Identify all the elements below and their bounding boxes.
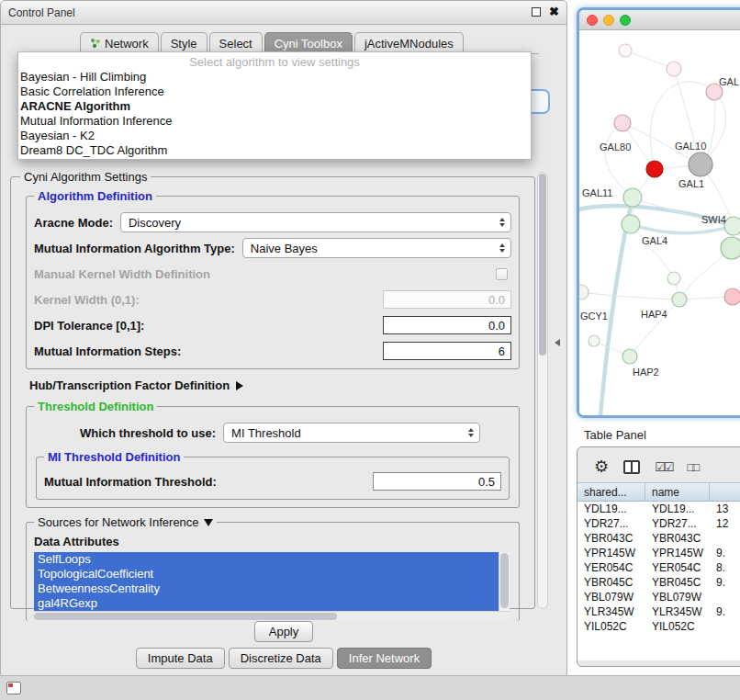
manual-kernel-width-checkbox[interactable] xyxy=(496,268,508,280)
which-threshold-select[interactable]: MI Threshold xyxy=(223,423,480,443)
network-node[interactable] xyxy=(724,217,740,235)
tab-cyni-toolbox[interactable]: Cyni Toolbox xyxy=(264,32,353,53)
mi-threshold-input[interactable]: 0.5 xyxy=(373,472,501,491)
algorithm-option[interactable]: ARACNE Algorithm xyxy=(18,99,531,114)
minimize-traffic-light[interactable] xyxy=(603,15,614,26)
gear-icon[interactable]: ⚙ xyxy=(594,458,609,475)
table-cell[interactable]: 13 xyxy=(710,502,740,515)
data-attribute-item[interactable]: gal4RGexp xyxy=(34,596,499,611)
control-panel-titlebar[interactable]: Control Panel ✖ xyxy=(1,1,566,25)
table-row[interactable]: YDL19...YDL19...13 xyxy=(577,502,740,516)
list-vertical-scrollbar[interactable] xyxy=(499,552,510,611)
table-row[interactable]: YBR045CYBR045C9. xyxy=(577,575,740,590)
sources-section-header[interactable]: Sources for Network Inference xyxy=(34,515,217,529)
table-cell[interactable]: YBR045C xyxy=(645,576,710,589)
kernel-width-input[interactable]: 0.0 xyxy=(383,290,511,309)
table-cell[interactable]: 9. xyxy=(710,547,740,559)
column-header-shared[interactable]: shared... xyxy=(577,483,645,501)
table-cell[interactable]: YBL079W xyxy=(645,591,710,604)
network-node[interactable] xyxy=(724,288,740,305)
network-window-titlebar[interactable] xyxy=(579,10,740,30)
table-row[interactable]: YBL079WYBL079W xyxy=(577,590,740,604)
zoom-traffic-light[interactable] xyxy=(620,15,631,26)
table-cell[interactable]: YDR27... xyxy=(577,517,645,530)
close-icon[interactable]: ✖ xyxy=(549,6,559,18)
network-node[interactable] xyxy=(614,115,631,131)
column-browser-icon[interactable] xyxy=(623,460,640,474)
aracne-mode-select[interactable]: Discovery xyxy=(120,212,511,232)
tab-network[interactable]: Network xyxy=(80,32,159,53)
tab-impute-data[interactable]: Impute Data xyxy=(136,648,225,669)
network-node[interactable] xyxy=(622,349,637,364)
mi-steps-input[interactable]: 6 xyxy=(383,342,511,360)
algorithm-option[interactable]: Basic Correlation Inference xyxy=(18,85,531,99)
tab-style[interactable]: Style xyxy=(161,32,207,53)
table-row[interactable]: YPR145WYPR145W9. xyxy=(577,546,740,560)
network-node[interactable] xyxy=(667,272,680,285)
table-cell[interactable]: YIL052C xyxy=(645,620,710,633)
float-window-icon[interactable] xyxy=(532,7,541,17)
mi-algorithm-type-label: Mutual Information Algorithm Type: xyxy=(34,242,235,255)
tab-jactivemnodules[interactable]: jActiveMNodules xyxy=(354,32,464,53)
table-cell[interactable]: YLR345W xyxy=(645,605,710,618)
table-cell[interactable]: YER054C xyxy=(645,561,710,574)
network-canvas[interactable]: GALGAL80GAL10GAL1GAL11SWI4GAL4GCY1HAP4HA… xyxy=(579,30,740,415)
network-node[interactable] xyxy=(721,237,740,259)
table-row[interactable]: YDR27...YDR27...12 xyxy=(577,516,740,531)
table-cell[interactable]: YPR145W xyxy=(577,547,645,559)
data-attribute-item[interactable]: SelfLoops xyxy=(34,552,499,567)
close-traffic-light[interactable] xyxy=(587,15,598,26)
algorithm-option[interactable]: Dream8 DC_TDC Algorithm xyxy=(18,143,531,158)
dpi-tolerance-input[interactable]: 0.0 xyxy=(383,316,511,334)
algorithm-option[interactable]: Bayesian - Hill Climbing xyxy=(18,70,531,85)
table-cell[interactable]: YLR345W xyxy=(577,605,645,618)
network-node[interactable] xyxy=(623,188,642,207)
table-cell[interactable]: YDL19... xyxy=(645,502,710,515)
algorithm-option[interactable]: Mutual Information Inference xyxy=(18,114,531,129)
list-horizontal-scrollbar[interactable] xyxy=(34,611,510,621)
deselect-columns-icon[interactable]: □□ xyxy=(687,460,698,474)
sources-group: Sources for Network Inference Data Attri… xyxy=(26,515,520,621)
data-attribute-item[interactable]: BetweennessCentrality xyxy=(34,581,499,596)
table-cell[interactable]: YDR27... xyxy=(645,517,710,530)
panel-collapse-arrow[interactable] xyxy=(555,339,560,346)
network-node[interactable] xyxy=(667,62,681,76)
data-attribute-item[interactable]: TopologicalCoefficient xyxy=(34,567,499,581)
table-cell[interactable]: 9. xyxy=(710,605,740,618)
column-header-extra[interactable] xyxy=(710,483,740,501)
column-header-name[interactable]: name xyxy=(645,483,710,501)
network-node[interactable] xyxy=(619,44,632,57)
table-cell[interactable]: YIL052C xyxy=(577,620,645,633)
network-node[interactable] xyxy=(622,215,640,233)
tab-discretize-data[interactable]: Discretize Data xyxy=(229,648,333,669)
restore-panel-icon[interactable] xyxy=(6,682,21,694)
tab-infer-network[interactable]: Infer Network xyxy=(337,648,432,669)
select-columns-icon[interactable]: ☑☑ xyxy=(655,460,672,474)
table-cell[interactable]: YDL19... xyxy=(577,502,645,515)
hub-transcription-factor-section[interactable]: Hub/Transcription Factor Definition xyxy=(29,378,525,392)
table-panel-window: ⚙ ☑☑ □□ shared... name YDL19...YDL19...1… xyxy=(577,446,740,667)
table-row[interactable]: YLR345WYLR345W9. xyxy=(577,604,740,619)
table-cell[interactable]: 8. xyxy=(710,561,740,574)
table-cell[interactable]: YBR045C xyxy=(577,576,645,589)
table-cell[interactable]: YBR043C xyxy=(645,532,710,545)
tab-select[interactable]: Select xyxy=(209,32,263,53)
mi-algorithm-type-select[interactable]: Naive Bayes xyxy=(242,238,511,258)
table-cell[interactable]: YER054C xyxy=(577,561,645,574)
settings-scrollbar[interactable] xyxy=(537,172,548,609)
table-cell[interactable]: 12 xyxy=(710,517,740,530)
table-cell[interactable]: YPR145W xyxy=(645,547,710,559)
network-node[interactable] xyxy=(589,335,600,346)
network-node[interactable] xyxy=(689,152,712,176)
algorithm-option[interactable]: Bayesian - K2 xyxy=(18,129,531,143)
network-node[interactable] xyxy=(579,285,589,299)
table-row[interactable]: YBR043CYBR043C xyxy=(577,531,740,546)
table-cell[interactable]: YBR043C xyxy=(577,532,645,545)
apply-button[interactable]: Apply xyxy=(254,621,314,642)
table-row[interactable]: YIL052CYIL052C xyxy=(577,619,740,634)
table-cell[interactable]: 9. xyxy=(710,576,740,589)
table-cell[interactable]: YBL079W xyxy=(577,591,645,604)
table-row[interactable]: YER054CYER054C8. xyxy=(577,560,740,575)
network-node[interactable] xyxy=(646,161,663,177)
network-node[interactable] xyxy=(672,292,687,307)
